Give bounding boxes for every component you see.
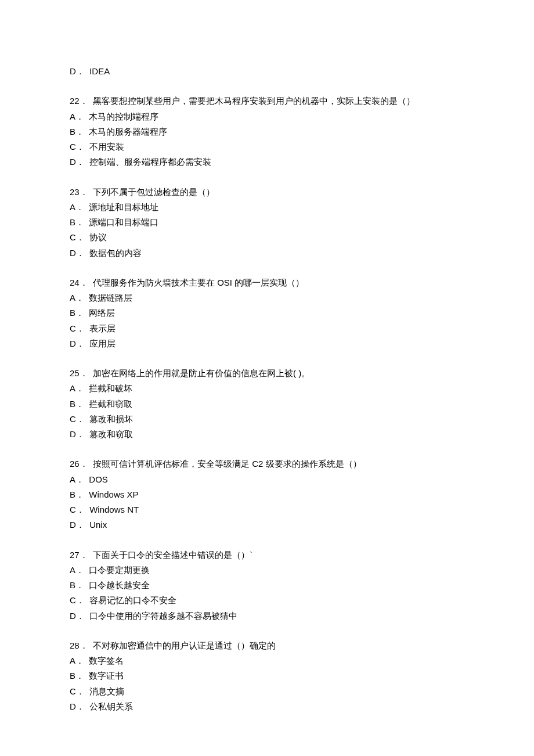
option-a: A． DOS xyxy=(70,472,464,487)
stem-text: 黑客要想控制某些用户，需要把木马程序安装到用户的机器中，实际上安装的是（） xyxy=(93,96,415,106)
option-c: C． 消息文摘 xyxy=(70,684,464,699)
option-letter: B xyxy=(70,399,75,409)
option-b: B． Windows XP xyxy=(70,487,464,502)
option-text: 篡改和损坏 xyxy=(89,414,133,424)
option-b: B． 网络层 xyxy=(70,305,464,321)
stem-text: 按照可信计算机评估标准，安全等级满足 C2 级要求的操作系统是（） xyxy=(93,459,362,469)
option-letter: B xyxy=(70,127,75,136)
option-letter: D xyxy=(70,701,76,711)
question-28: 28． 不对称加密通信中的用户认证是通过（）确定的 A． 数字签名 B． 数字证… xyxy=(70,638,464,714)
option-letter: B xyxy=(70,217,75,227)
stem-text: 代理服务作为防火墙技术主要在 OSI 的哪一层实现（） xyxy=(93,278,304,287)
option-text: 数据包的内容 xyxy=(89,248,142,258)
option-letter: A xyxy=(70,656,75,665)
stem-text: 下列不属于包过滤检查的是（） xyxy=(93,187,215,197)
question-25: 25． 加密在网络上的作用就是防止有价值的信息在网上被( )。 A． 拦截和破坏… xyxy=(70,366,464,442)
option-letter: A xyxy=(70,111,75,121)
question-stem: 23． 下列不属于包过滤检查的是（） xyxy=(70,185,464,200)
option-letter: B xyxy=(70,671,75,681)
question-number: 23 xyxy=(70,187,80,197)
option-letter: D xyxy=(70,611,76,621)
stem-text: 下面关于口令的安全描述中错误的是（）` xyxy=(93,550,252,560)
question-stem: 28． 不对称加密通信中的用户认证是通过（）确定的 xyxy=(70,638,464,653)
orphan-option: D． IDEA xyxy=(70,64,464,79)
option-text: 容易记忆的口令不安全 xyxy=(89,595,176,605)
option-letter: A xyxy=(70,383,75,393)
option-text: IDEA xyxy=(89,66,110,76)
option-text: Windows NT xyxy=(89,505,139,514)
option-text: 网络层 xyxy=(89,308,115,318)
option-letter: D xyxy=(70,248,76,258)
option-letter: B xyxy=(70,580,75,590)
option-text: 木马的控制端程序 xyxy=(89,111,158,121)
option-text: 数据链路层 xyxy=(89,293,132,303)
option-a: A． 数字签名 xyxy=(70,653,464,668)
option-text: 控制端、服务端程序都必需安装 xyxy=(89,157,211,167)
option-text: 消息文摘 xyxy=(89,686,124,696)
question-number: 28 xyxy=(70,640,80,650)
option-c: C． 表示层 xyxy=(70,321,464,336)
option-text: 协议 xyxy=(89,232,107,242)
question-number: 27 xyxy=(70,550,80,560)
option-text: 数字签名 xyxy=(89,656,124,665)
option-c: C． 协议 xyxy=(70,230,464,245)
option-text: 公私钥关系 xyxy=(89,701,133,711)
option-d: D． IDEA xyxy=(70,64,464,79)
option-d: D． 控制端、服务端程序都必需安装 xyxy=(70,154,464,170)
question-number: 25 xyxy=(70,368,80,378)
stem-text: 加密在网络上的作用就是防止有价值的信息在网上被( )。 xyxy=(93,368,310,378)
option-letter: A xyxy=(70,293,75,303)
option-a: A． 口令要定期更换 xyxy=(70,563,464,578)
option-c: C． 容易记忆的口令不安全 xyxy=(70,593,464,608)
option-letter: D xyxy=(70,520,76,530)
option-b: B． 木马的服务器端程序 xyxy=(70,124,464,139)
option-text: 口令要定期更换 xyxy=(89,565,150,575)
stem-text: 不对称加密通信中的用户认证是通过（）确定的 xyxy=(93,640,276,650)
option-letter: C xyxy=(70,323,76,333)
option-text: 表示层 xyxy=(89,323,116,333)
option-c: C． 篡改和损坏 xyxy=(70,412,464,427)
option-letter: A xyxy=(70,202,75,212)
option-text: DOS xyxy=(89,474,108,484)
option-text: 篡改和窃取 xyxy=(89,429,133,439)
question-number: 26 xyxy=(70,459,80,469)
option-a: A． 木马的控制端程序 xyxy=(70,109,464,124)
question-stem: 27． 下面关于口令的安全描述中错误的是（）` xyxy=(70,548,464,563)
question-stem: 24． 代理服务作为防火墙技术主要在 OSI 的哪一层实现（） xyxy=(70,275,464,290)
option-d: D． 应用层 xyxy=(70,336,464,351)
option-text: 拦截和破坏 xyxy=(89,383,132,393)
option-text: Unix xyxy=(89,520,107,530)
option-d: D． Unix xyxy=(70,517,464,532)
option-a: A． 源地址和目标地址 xyxy=(70,200,464,215)
question-number: 22 xyxy=(70,96,80,106)
option-letter: B xyxy=(70,489,75,499)
option-letter: D xyxy=(70,339,76,348)
option-letter: C xyxy=(70,505,76,514)
option-text: 数字证书 xyxy=(89,671,124,681)
option-text: 木马的服务器端程序 xyxy=(89,127,167,136)
option-letter: C xyxy=(70,414,76,424)
question-stem: 22． 黑客要想控制某些用户，需要把木马程序安装到用户的机器中，实际上安装的是（… xyxy=(70,93,464,109)
option-b: B． 数字证书 xyxy=(70,668,464,683)
option-a: A． 拦截和破坏 xyxy=(70,381,464,396)
option-letter: D xyxy=(70,157,76,167)
question-22: 22． 黑客要想控制某些用户，需要把木马程序安装到用户的机器中，实际上安装的是（… xyxy=(70,93,464,170)
option-c: C． 不用安装 xyxy=(70,139,464,154)
option-d: D． 数据包的内容 xyxy=(70,246,464,261)
option-letter: D xyxy=(70,66,76,76)
question-27: 27． 下面关于口令的安全描述中错误的是（）` A． 口令要定期更换 B． 口令… xyxy=(70,548,464,624)
option-letter: A xyxy=(70,474,75,484)
option-text: 应用层 xyxy=(89,339,116,348)
option-letter: C xyxy=(70,142,76,152)
option-letter: C xyxy=(70,232,76,242)
option-d: D． 篡改和窃取 xyxy=(70,427,464,442)
option-text: 口令中使用的字符越多越不容易被猜中 xyxy=(89,611,237,621)
option-text: 不用安装 xyxy=(89,142,124,152)
question-stem: 25． 加密在网络上的作用就是防止有价值的信息在网上被( )。 xyxy=(70,366,464,381)
option-b: B． 拦截和窃取 xyxy=(70,397,464,412)
question-stem: 26． 按照可信计算机评估标准，安全等级满足 C2 级要求的操作系统是（） xyxy=(70,456,464,471)
option-text: 口令越长越安全 xyxy=(89,580,150,590)
option-letter: A xyxy=(70,565,75,575)
option-letter: C xyxy=(70,595,76,605)
question-26: 26． 按照可信计算机评估标准，安全等级满足 C2 级要求的操作系统是（） A．… xyxy=(70,456,464,532)
